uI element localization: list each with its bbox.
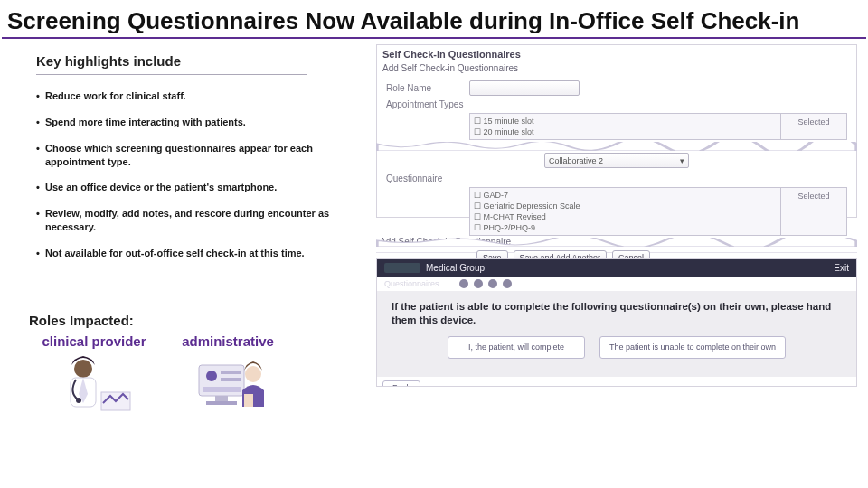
admin-illustration — [183, 352, 273, 416]
panel1-subtitle: Add Self Check-in Questionnaires — [377, 63, 856, 79]
patient-prompt-text: If the patient is able to complete the f… — [392, 300, 842, 327]
brand-logo-redacted — [384, 263, 420, 273]
slot-option[interactable]: ☐ 20 minute slot — [474, 127, 777, 137]
svg-point-0 — [74, 360, 92, 378]
role-name-input[interactable] — [469, 80, 580, 96]
exit-button[interactable]: Exit — [834, 263, 849, 273]
appointment-type-picker[interactable]: ☐ 15 minute slot ☐ 20 minute slot Select… — [469, 113, 847, 140]
chevron-down-icon: ▾ — [680, 156, 684, 165]
panel1-title: Self Check-in Questionnaires — [377, 45, 856, 63]
selected-column-label: Selected — [780, 188, 846, 235]
admin-config-screenshot: Self Check-in Questionnaires Add Self Ch… — [376, 44, 857, 218]
appt-types-label: Appointment Types — [386, 99, 469, 109]
role-label: clinical provider — [42, 333, 146, 352]
svg-rect-8 — [203, 387, 241, 392]
progress-step-icon — [445, 279, 454, 288]
slot-option[interactable]: ☐ 15 minute slot — [474, 116, 777, 127]
svg-rect-10 — [206, 401, 237, 405]
progress-step-icon — [488, 279, 497, 288]
questionnaire-option[interactable]: ☐ PHQ-2/PHQ-9 — [474, 222, 777, 233]
back-button[interactable]: Back — [382, 380, 420, 387]
right-column: Self Check-in Questionnaires Add Self Ch… — [371, 44, 868, 401]
list-item: Review, modify, add notes, and rescore d… — [36, 207, 356, 234]
list-item: Not available for out-of-office self che… — [36, 247, 356, 260]
page-title: Screening Questionnaires Now Available d… — [0, 0, 868, 37]
list-item: Spend more time interacting with patient… — [36, 116, 356, 129]
patient-will-complete-button[interactable]: I, the patient, will complete — [448, 336, 585, 359]
questionnaire-option[interactable]: ☐ GAD-7 — [474, 190, 777, 201]
role-label: administrative — [182, 333, 274, 352]
questionnaire-option[interactable]: ☐ Geriatric Depression Scale — [474, 201, 777, 211]
svg-rect-6 — [221, 371, 241, 374]
progress-step-icon — [474, 279, 483, 288]
brand-suffix: Medical Group — [426, 263, 485, 273]
svg-point-5 — [206, 371, 217, 381]
questionnaire-option[interactable]: ☐ M-CHAT Revised — [474, 211, 777, 222]
svg-rect-7 — [221, 378, 241, 381]
list-item: Choose which screening questionnaires ap… — [36, 142, 356, 169]
role-name-label: Role Name — [386, 83, 469, 93]
highlights-underline — [36, 74, 307, 75]
role-clinical-provider: clinical provider — [40, 333, 148, 416]
highlights-list: Reduce work for clinical staff. Spend mo… — [16, 89, 362, 260]
svg-point-2 — [76, 398, 81, 403]
svg-point-11 — [245, 366, 261, 382]
title-underline — [2, 37, 866, 39]
questionnaire-label: Questionnaire — [377, 170, 856, 185]
roles-heading: Roles Impacted: — [16, 275, 362, 333]
progress-step-icon — [459, 279, 468, 288]
list-item: Reduce work for clinical staff. — [36, 89, 356, 103]
torn-edge-icon — [376, 238, 857, 247]
svg-rect-9 — [215, 396, 228, 401]
svg-rect-12 — [244, 394, 253, 407]
breadcrumb: Questionnaires — [384, 279, 439, 288]
progress-step-icon — [503, 279, 512, 288]
patient-unable-button[interactable]: The patient is unable to complete on the… — [599, 336, 786, 359]
questionnaire-picker[interactable]: ☐ GAD-7 ☐ Geriatric Depression Scale ☐ M… — [469, 187, 847, 236]
selected-column-label: Selected — [780, 114, 846, 139]
torn-edge-icon — [376, 142, 857, 151]
highlights-heading: Key highlights include — [16, 44, 362, 72]
role-administrative: administrative — [174, 333, 282, 416]
collaborative-dropdown[interactable]: Collaborative 2▾ — [544, 153, 689, 168]
left-column: Key highlights include Reduce work for c… — [0, 44, 371, 416]
list-item: Use an office device or the patient's sm… — [36, 181, 356, 194]
clinician-illustration — [49, 352, 139, 416]
patient-device-screenshot: Medical Group Exit Questionnaires If the… — [376, 258, 857, 387]
